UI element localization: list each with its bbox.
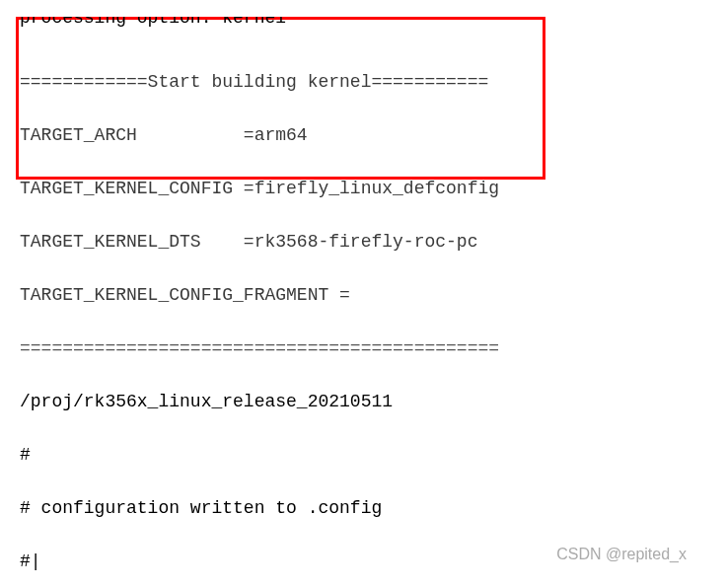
terminal-text: # configuration written to .config xyxy=(20,495,726,522)
terminal-text: ========================================… xyxy=(20,335,726,362)
terminal-text: /proj/rk356x_linux_release_20210511 xyxy=(20,389,726,415)
terminal-text: TARGET_KERNEL_CONFIG_FRAGMENT = xyxy=(20,282,726,309)
terminal-output: processing option: kernel ============St… xyxy=(0,2,726,588)
terminal-line: processing option: kernel xyxy=(20,17,726,31)
terminal-text: processing option: kernel xyxy=(20,17,726,31)
terminal-text: #| xyxy=(20,549,726,575)
terminal-text: ============Start building kernel=======… xyxy=(20,69,726,96)
terminal-text: TARGET_KERNEL_DTS =rk3568-firefly-roc-pc xyxy=(20,229,726,256)
terminal-text: TARGET_KERNEL_CONFIG =firefly_linux_defc… xyxy=(20,176,726,202)
terminal-text: # xyxy=(20,442,726,469)
terminal-text: TARGET_ARCH =arm64 xyxy=(20,122,726,149)
